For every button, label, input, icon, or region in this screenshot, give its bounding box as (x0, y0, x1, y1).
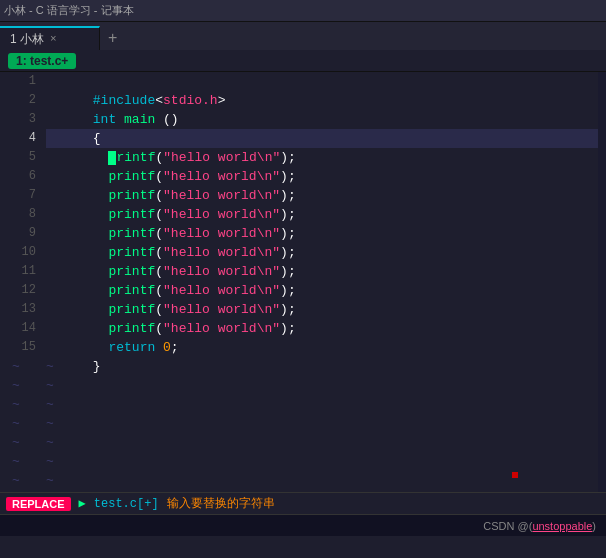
tilde-2: ~ (12, 376, 40, 395)
replace-label: REPLACE (6, 497, 71, 511)
code-line-4: rintf("hello world\n"); (46, 129, 598, 148)
status-text: CSDN @(unstoppable) (483, 520, 596, 532)
tilde-3: ~ (12, 395, 40, 414)
tilde-code-4: ~ (46, 414, 598, 433)
line-num-7: 7 (12, 186, 40, 205)
tab-bar: 1 小林 × + (0, 22, 606, 50)
line-num-13: 13 (12, 300, 40, 319)
code-area[interactable]: #include<stdio.h> int main () { rintf("h… (40, 72, 598, 492)
tilde-6: ~ (12, 452, 40, 471)
replace-bar: REPLACE ▶ test.c[+] 输入要替换的字符串 (0, 492, 606, 514)
tilde-1: ~ (12, 357, 40, 376)
code-line-1: #include<stdio.h> (46, 72, 598, 91)
replace-prompt: 输入要替换的字符串 (167, 495, 275, 512)
status-highlight: unstoppable (532, 520, 592, 532)
line-num-3: 3 (12, 110, 40, 129)
editor-area: 1 2 3 4 5 6 7 8 9 10 11 12 13 14 15 ~ ~ … (0, 72, 606, 492)
tab-close-icon[interactable]: × (50, 33, 57, 45)
scroll-gutter[interactable] (598, 72, 606, 492)
fold-gutter (0, 72, 12, 492)
tilde-code-3: ~ (46, 395, 598, 414)
title-bar: 小林 - C 语言学习 - 记事本 (0, 0, 606, 22)
tilde-4: ~ (12, 414, 40, 433)
line-num-5: 5 (12, 148, 40, 167)
line-num-9: 9 (12, 224, 40, 243)
file-bar: 1: test.c+ (0, 50, 606, 72)
line-num-15: 15 (12, 338, 40, 357)
tilde-8: ~ (12, 490, 40, 492)
title-bar-text: 小林 - C 语言学习 - 记事本 (4, 3, 134, 18)
tab-1[interactable]: 1 小林 × (0, 26, 100, 50)
tilde-code-1: ~ (46, 357, 598, 376)
line-num-6: 6 (12, 167, 40, 186)
line-num-10: 10 (12, 243, 40, 262)
tilde-code-5: ~ (46, 433, 598, 452)
line-num-2: 2 (12, 91, 40, 110)
status-bar: CSDN @(unstoppable) (0, 514, 606, 536)
line-num-14: 14 (12, 319, 40, 338)
tilde-7: ~ (12, 471, 40, 490)
line-num-11: 11 (12, 262, 40, 281)
tilde-code-8: ~ (46, 490, 598, 492)
tilde-code-6: ~ (46, 452, 598, 471)
red-cursor-dot (512, 472, 518, 478)
line-num-1: 1 (12, 72, 40, 91)
replace-file: test.c[+] (94, 497, 159, 511)
line-num-4: 4 (12, 129, 40, 148)
bottom-area: REPLACE ▶ test.c[+] 输入要替换的字符串 CSDN @(uns… (0, 492, 606, 536)
tilde-code-2: ~ (46, 376, 598, 395)
line-num-8: 8 (12, 205, 40, 224)
tab-add-button[interactable]: + (100, 26, 125, 50)
tab-label: 1 小林 (10, 31, 44, 48)
line-num-12: 12 (12, 281, 40, 300)
replace-arrow-icon: ▶ (79, 496, 86, 511)
line-numbers: 1 2 3 4 5 6 7 8 9 10 11 12 13 14 15 ~ ~ … (12, 72, 40, 492)
tilde-5: ~ (12, 433, 40, 452)
file-path: 1: test.c+ (8, 53, 76, 69)
